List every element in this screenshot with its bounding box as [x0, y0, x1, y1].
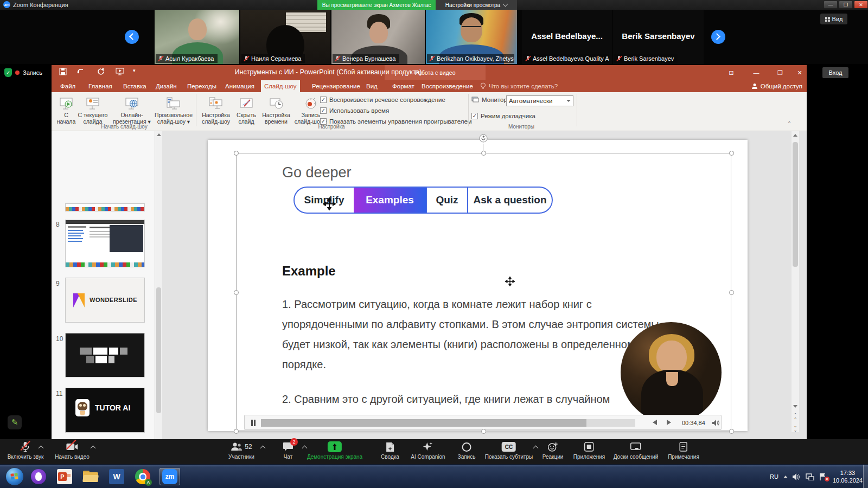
ai-companion-button[interactable]: AI Companion	[411, 441, 445, 460]
editor-scrollbar[interactable]: ⌃⌃ ⌄⌄	[792, 131, 799, 432]
tab-home[interactable]: Главная	[85, 80, 116, 92]
thumbnail-scrollbar-thumb[interactable]	[156, 287, 161, 413]
captions-button[interactable]: CC Показать субтитры	[485, 441, 533, 460]
resize-handle[interactable]	[234, 151, 239, 156]
show-desktop-button[interactable]	[863, 465, 868, 488]
security-shield-icon[interactable]: ✓	[4, 68, 12, 77]
media-progress-track[interactable]	[261, 419, 635, 427]
slide-thumbnail-9[interactable]: WONDERSLIDE	[65, 278, 145, 323]
pause-icon[interactable]	[254, 420, 256, 426]
resize-handle[interactable]	[481, 429, 486, 434]
network-tray-icon[interactable]	[806, 473, 814, 480]
slide-canvas[interactable]: Go deeper Simplify Examples Quiz Ask a q…	[208, 140, 748, 431]
tab-transitions[interactable]: Переходы	[184, 80, 220, 92]
clock[interactable]: 17:33 10.06.2024	[833, 469, 863, 484]
resize-handle[interactable]	[234, 290, 239, 295]
collapse-ribbon-icon[interactable]: ⌃	[785, 120, 794, 127]
chat-button[interactable]: 2 Чат	[283, 441, 293, 460]
next-slide-button[interactable]: ⌄⌄	[792, 424, 799, 433]
reactions-button[interactable]: Реакции	[542, 441, 564, 460]
resize-handle[interactable]	[481, 151, 486, 156]
rotation-handle-icon[interactable]	[479, 134, 488, 145]
editor-scrollbar-thumb[interactable]	[793, 142, 798, 267]
unmute-button[interactable]: Включить звук	[8, 441, 44, 460]
tab-file[interactable]: Файл	[57, 80, 79, 92]
checkbox-use-timings[interactable]: ✓ Использовать время	[320, 107, 389, 114]
ppt-restore-button[interactable]: ❐	[771, 65, 789, 80]
from-current-slide-button[interactable]: С текущего слайда	[76, 94, 110, 125]
maximize-button[interactable]: ❐	[839, 1, 853, 9]
summary-button[interactable]: Сводка	[381, 441, 399, 460]
undo-icon[interactable]	[76, 68, 85, 78]
ppt-close-button[interactable]: ✕	[790, 65, 809, 80]
monitor-select[interactable]: Автоматически	[506, 95, 573, 106]
language-indicator[interactable]: RU	[770, 473, 778, 480]
seek-forward-icon[interactable]	[667, 420, 671, 426]
video-tile[interactable]: Berikzhan Oxikbayev, Zhetysu...	[426, 10, 517, 64]
media-control-bar[interactable]: 00:34,84	[244, 415, 722, 430]
scroll-up-icon[interactable]	[157, 133, 161, 136]
thumbnail-scrollbar[interactable]	[155, 131, 162, 439]
taskbar-app-word[interactable]: W	[106, 468, 127, 485]
hide-slide-button[interactable]: Скрыть слайд	[234, 94, 259, 125]
scroll-down-icon[interactable]	[793, 405, 797, 408]
present-online-button[interactable]: Онлайн- презентация ▾	[111, 94, 152, 125]
resize-handle[interactable]	[729, 151, 734, 156]
tab-insert[interactable]: Вставка	[120, 80, 150, 92]
captions-chevron[interactable]	[533, 446, 539, 451]
annotate-pencil-icon[interactable]: ✎	[8, 415, 22, 429]
video-tile[interactable]: Асыл Куракбаева	[155, 10, 239, 64]
share-screen-button[interactable]: Демонстрация экрана	[307, 441, 362, 460]
tab-format[interactable]: Формат	[389, 80, 418, 92]
view-button[interactable]: Вид	[820, 14, 847, 24]
tell-me-box[interactable]: Что вы хотите сделать?	[480, 80, 558, 92]
video-tile[interactable]: Assel Bedelbaye... Assel Bedelbayeva Qua…	[522, 10, 612, 64]
save-icon[interactable]	[59, 68, 67, 78]
next-participants-button[interactable]	[711, 30, 725, 44]
checkbox-presenter-view[interactable]: ✓ Режим докладчика	[471, 113, 535, 119]
login-button[interactable]: Вход	[822, 67, 848, 78]
start-slideshow-qat-icon[interactable]	[116, 68, 124, 78]
slide-thumbnail-11[interactable]: TUTOR AI	[65, 388, 145, 433]
slide-thumbnail-7-partial[interactable]	[65, 203, 145, 211]
taskbar-app-powerpoint[interactable]: P	[54, 468, 75, 485]
tab-animations[interactable]: Анимация	[222, 80, 258, 92]
taskbar-app-chrome[interactable]: A	[132, 468, 153, 485]
custom-slideshow-button[interactable]: Произвольное слайд-шоу ▾	[154, 94, 194, 125]
view-settings-dropdown[interactable]: Настройки просмотра	[436, 0, 517, 10]
minimize-button[interactable]: —	[824, 1, 838, 9]
apps-button[interactable]: Приложения	[573, 441, 605, 460]
taskbar-app-explorer[interactable]	[80, 468, 101, 485]
seek-back-icon[interactable]	[653, 420, 657, 426]
tab-design[interactable]: Дизайн	[152, 80, 180, 92]
from-beginning-button[interactable]: С начала	[56, 94, 76, 125]
ppt-minimize-button[interactable]: —	[747, 65, 765, 80]
record-button[interactable]: Запись	[458, 441, 476, 460]
tab-view[interactable]: Вид	[363, 80, 381, 92]
volume-tray-icon[interactable]	[793, 473, 801, 480]
video-options-chevron[interactable]	[91, 446, 96, 451]
action-center-flag-icon[interactable]: ✕	[819, 473, 828, 480]
notes-button[interactable]: Примечания	[668, 441, 699, 460]
taskbar-app-zoom-active[interactable]: zm	[159, 468, 180, 485]
start-button[interactable]	[4, 468, 25, 485]
close-button[interactable]: ✕	[854, 1, 868, 9]
ribbon-display-options-icon[interactable]: ⊡	[722, 65, 741, 80]
tab-playback[interactable]: Воспроизведение	[418, 80, 476, 92]
presenter-video-bubble[interactable]	[621, 322, 722, 423]
video-tile[interactable]: Наиля Сералиева	[240, 10, 330, 64]
slide-thumbnail-8[interactable]	[65, 220, 145, 267]
pause-icon[interactable]	[251, 420, 253, 426]
volume-icon[interactable]	[712, 420, 720, 427]
previous-slide-button[interactable]: ⌃⌃	[792, 413, 799, 422]
whiteboards-button[interactable]: Доски сообщений	[614, 441, 659, 460]
video-tile[interactable]: Berik Sarsenbayev Berik Sarsenbayev	[613, 10, 704, 64]
tray-expand-icon[interactable]	[783, 476, 788, 478]
resize-handle[interactable]	[729, 429, 734, 434]
tab-review[interactable]: Рецензирование	[309, 80, 363, 92]
checkbox-play-narrations[interactable]: ✓ Воспроизвести речевое сопровождение	[320, 97, 445, 103]
video-tile[interactable]: Венера Бурнашева	[331, 10, 425, 64]
participants-chevron[interactable]	[260, 446, 266, 451]
previous-participants-button[interactable]	[125, 30, 139, 44]
resize-handle[interactable]	[729, 290, 734, 295]
